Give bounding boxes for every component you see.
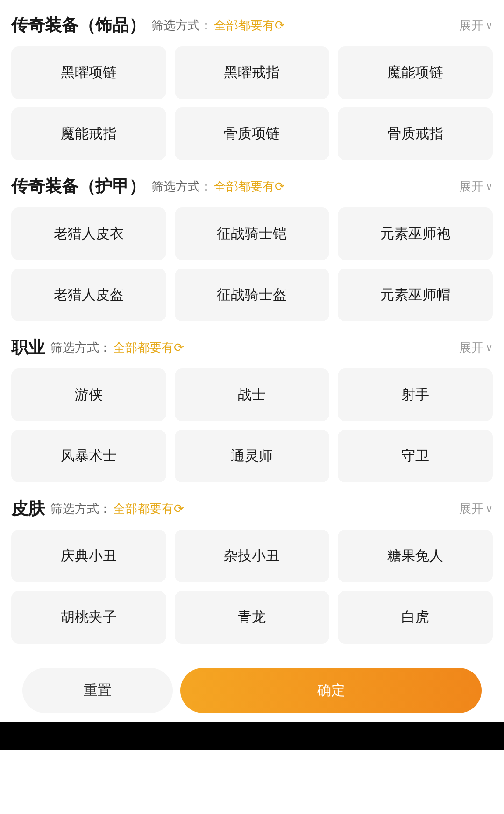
item-button-legendary-jewelry-5[interactable]: 骨质戒指 bbox=[338, 107, 493, 160]
section-header-legendary-jewelry: 传奇装备（饰品）筛选方式：全部都要有⟳展开∨ bbox=[11, 14, 493, 37]
filter-label-legendary-jewelry: 筛选方式： bbox=[151, 17, 212, 34]
section-title-legendary-armor: 传奇装备（护甲） bbox=[11, 175, 146, 198]
filter-value-legendary-jewelry[interactable]: 全部都要有⟳ bbox=[214, 17, 285, 34]
section-header-legendary-armor: 传奇装备（护甲）筛选方式：全部都要有⟳展开∨ bbox=[11, 175, 493, 198]
section-title-profession: 职业 bbox=[11, 336, 45, 359]
filter-label-skin: 筛选方式： bbox=[50, 501, 111, 517]
section-header-profession: 职业筛选方式：全部都要有⟳展开∨ bbox=[11, 336, 493, 359]
item-button-skin-2[interactable]: 糖果兔人 bbox=[338, 530, 493, 582]
item-button-profession-0[interactable]: 游侠 bbox=[11, 368, 166, 421]
item-button-legendary-armor-4[interactable]: 征战骑士盔 bbox=[175, 269, 330, 321]
item-button-legendary-jewelry-1[interactable]: 黑曜戒指 bbox=[175, 46, 330, 99]
chevron-down-icon: ∨ bbox=[485, 20, 493, 32]
item-button-legendary-jewelry-2[interactable]: 魔能项链 bbox=[338, 46, 493, 99]
item-button-skin-5[interactable]: 白虎 bbox=[338, 591, 493, 644]
expand-button-legendary-armor[interactable]: 展开∨ bbox=[459, 178, 493, 195]
expand-button-profession[interactable]: 展开∨ bbox=[459, 340, 493, 356]
item-button-profession-1[interactable]: 战士 bbox=[175, 368, 330, 421]
chevron-down-icon: ∨ bbox=[485, 342, 493, 354]
items-grid-skin: 庆典小丑杂技小丑糖果兔人胡桃夹子青龙白虎 bbox=[11, 530, 493, 644]
item-button-profession-3[interactable]: 风暴术士 bbox=[11, 430, 166, 482]
chevron-down-icon: ∨ bbox=[485, 503, 493, 515]
items-grid-legendary-armor: 老猎人皮衣征战骑士铠元素巫师袍老猎人皮盔征战骑士盔元素巫师帽 bbox=[11, 207, 493, 321]
item-button-skin-1[interactable]: 杂技小丑 bbox=[175, 530, 330, 582]
reset-button[interactable]: 重置 bbox=[22, 668, 173, 713]
section-title-legendary-jewelry: 传奇装备（饰品） bbox=[11, 14, 146, 37]
filter-label-profession: 筛选方式： bbox=[50, 340, 111, 356]
section-header-skin: 皮肤筛选方式：全部都要有⟳展开∨ bbox=[11, 497, 493, 520]
item-button-legendary-jewelry-4[interactable]: 骨质项链 bbox=[175, 107, 330, 160]
items-grid-profession: 游侠战士射手风暴术士通灵师守卫 bbox=[11, 368, 493, 482]
section-title-skin: 皮肤 bbox=[11, 497, 45, 520]
item-button-skin-4[interactable]: 青龙 bbox=[175, 591, 330, 644]
item-button-legendary-jewelry-0[interactable]: 黑曜项链 bbox=[11, 46, 166, 99]
section-profession: 职业筛选方式：全部都要有⟳展开∨游侠战士射手风暴术士通灵师守卫 bbox=[11, 336, 493, 482]
item-button-skin-0[interactable]: 庆典小丑 bbox=[11, 530, 166, 582]
section-legendary-jewelry: 传奇装备（饰品）筛选方式：全部都要有⟳展开∨黑曜项链黑曜戒指魔能项链魔能戒指骨质… bbox=[11, 14, 493, 160]
filter-value-skin[interactable]: 全部都要有⟳ bbox=[113, 501, 184, 517]
section-skin: 皮肤筛选方式：全部都要有⟳展开∨庆典小丑杂技小丑糖果兔人胡桃夹子青龙白虎 bbox=[11, 497, 493, 644]
item-button-profession-4[interactable]: 通灵师 bbox=[175, 430, 330, 482]
confirm-button[interactable]: 确定 bbox=[180, 668, 482, 713]
item-button-profession-2[interactable]: 射手 bbox=[338, 368, 493, 421]
expand-button-legendary-jewelry[interactable]: 展开∨ bbox=[459, 17, 493, 34]
page-container: 传奇装备（饰品）筛选方式：全部都要有⟳展开∨黑曜项链黑曜戒指魔能项链魔能戒指骨质… bbox=[0, 0, 504, 722]
item-button-legendary-armor-2[interactable]: 元素巫师袍 bbox=[338, 207, 493, 260]
item-button-legendary-armor-0[interactable]: 老猎人皮衣 bbox=[11, 207, 166, 260]
item-button-legendary-armor-3[interactable]: 老猎人皮盔 bbox=[11, 269, 166, 321]
items-grid-legendary-jewelry: 黑曜项链黑曜戒指魔能项链魔能戒指骨质项链骨质戒指 bbox=[11, 46, 493, 160]
chevron-down-icon: ∨ bbox=[485, 181, 493, 193]
bottom-action-bar: 重置确定 bbox=[11, 658, 493, 722]
item-button-legendary-armor-5[interactable]: 元素巫师帽 bbox=[338, 269, 493, 321]
item-button-skin-3[interactable]: 胡桃夹子 bbox=[11, 591, 166, 644]
section-legendary-armor: 传奇装备（护甲）筛选方式：全部都要有⟳展开∨老猎人皮衣征战骑士铠元素巫师袍老猎人… bbox=[11, 175, 493, 321]
filter-label-legendary-armor: 筛选方式： bbox=[151, 178, 212, 195]
item-button-legendary-jewelry-3[interactable]: 魔能戒指 bbox=[11, 107, 166, 160]
filter-value-legendary-armor[interactable]: 全部都要有⟳ bbox=[214, 178, 285, 195]
item-button-legendary-armor-1[interactable]: 征战骑士铠 bbox=[175, 207, 330, 260]
expand-button-skin[interactable]: 展开∨ bbox=[459, 501, 493, 517]
bottom-bar-system bbox=[0, 722, 504, 750]
filter-value-profession[interactable]: 全部都要有⟳ bbox=[113, 340, 184, 356]
item-button-profession-5[interactable]: 守卫 bbox=[338, 430, 493, 482]
